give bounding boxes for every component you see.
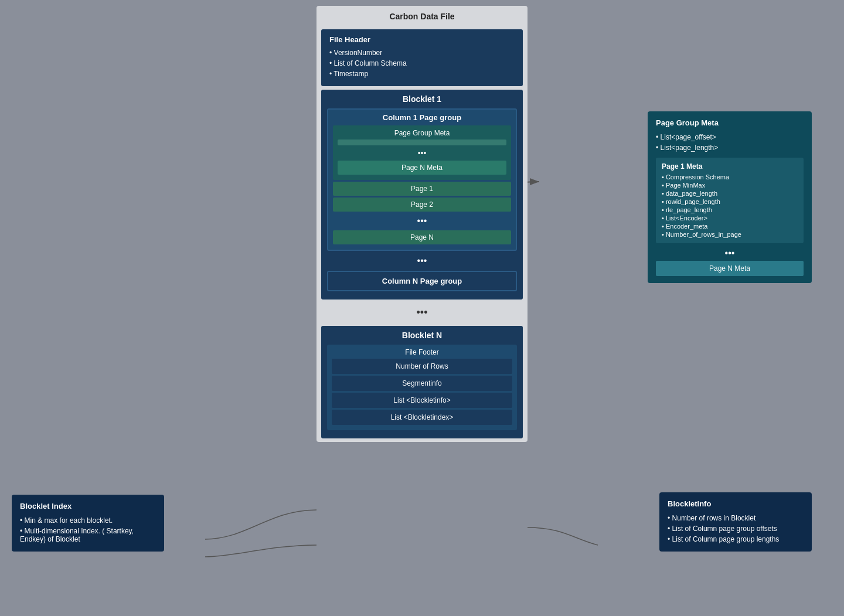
footer-list-blockletindex: List <Blockletindex>	[332, 410, 512, 425]
blockletinfo-title: Blockletinfo	[668, 499, 804, 508]
binfo-item-3: List of Column page group lengths	[668, 534, 804, 544]
pgm-item-1: List<page_offset>	[656, 132, 804, 142]
blockletN-box: Blocklet N File Footer Number of Rows Se…	[321, 326, 523, 438]
pageN-bar: Page N	[333, 230, 511, 244]
pgm-item-2: List<page_length>	[656, 142, 804, 153]
page-group-meta-popup: Page Group Meta List<page_offset> List<p…	[648, 111, 812, 283]
file-footer-box: File Footer Number of Rows Segmentinfo L…	[327, 345, 517, 430]
main-container: Carbon Data File File Header VersionNumb…	[316, 6, 528, 442]
p1-item-1: Compression Schema	[662, 173, 798, 181]
pgm-popup-title: Page Group Meta	[656, 118, 804, 127]
page1-meta-title: Page 1 Meta	[662, 162, 798, 171]
p1-item-2: Page MinMax	[662, 181, 798, 189]
main-title: Carbon Data File	[316, 6, 528, 26]
page1-meta-list: Compression Schema Page MinMax data_page…	[662, 173, 798, 239]
p1-item-4: rowid_page_length	[662, 198, 798, 206]
blocklet-index-title: Blocklet Index	[20, 502, 156, 511]
page1-meta-bar	[338, 139, 506, 145]
page1-bar: Page 1	[333, 182, 511, 196]
footer-list-blockletinfo: List <Blockletinfo>	[332, 393, 512, 408]
column-dots: •••	[327, 253, 517, 268]
blockletinfo-list: Number of rows in Blocklet List of Colum…	[668, 513, 804, 544]
page-group-meta-label: Page Group Meta	[338, 129, 506, 137]
p1-item-7: Encoder_meta	[662, 222, 798, 230]
file-header-title: File Header	[329, 35, 515, 44]
p1-item-8: Number_of_rows_in_page	[662, 230, 798, 239]
binfo-item-2: List of Column page group offsets	[668, 523, 804, 534]
dots-meta: •••	[338, 147, 506, 159]
file-header-list: VersionNumber List of Column Schema Time…	[329, 47, 515, 79]
blocklet1-title: Blocklet 1	[327, 94, 517, 104]
p1-item-5: rle_page_length	[662, 206, 798, 214]
between-blocklets: •••	[316, 303, 528, 322]
p1-item-3: data_page_length	[662, 189, 798, 198]
pageN-meta-bar: Page N Meta	[338, 161, 506, 175]
page-group-meta-inner: Page Group Meta ••• Page N Meta	[333, 125, 511, 180]
file-footer-title: File Footer	[332, 348, 512, 356]
p1-item-6: List<Encoder>	[662, 214, 798, 222]
bi-item-1: Min & max for each blocklet.	[20, 515, 156, 526]
file-header-item-3: Timestamp	[329, 69, 515, 79]
blocklet1-box: Blocklet 1 Column 1 Page group Page Grou…	[321, 90, 523, 300]
binfo-item-1: Number of rows in Blocklet	[668, 513, 804, 523]
page2-bar: Page 2	[333, 198, 511, 212]
page1-meta-box: Page 1 Meta Compression Schema Page MinM…	[656, 158, 804, 243]
bi-item-2: Multi-dimensional Index. ( Startkey, End…	[20, 526, 156, 544]
pgm-page-n-bar: Page N Meta	[656, 261, 804, 276]
footer-number-of-rows: Number of Rows	[332, 359, 512, 374]
pgm-popup-list: List<page_offset> List<page_length>	[656, 132, 804, 153]
blockletN-title: Blocklet N	[327, 331, 517, 340]
column1-title: Column 1 Page group	[333, 113, 511, 122]
column-n-page-group: Column N Page group	[327, 271, 517, 291]
file-header-item-2: List of Column Schema	[329, 58, 515, 69]
pgm-dots: •••	[656, 246, 804, 261]
blocklet-index-list: Min & max for each blocklet. Multi-dimen…	[20, 515, 156, 544]
blockletinfo-popup: Blockletinfo Number of rows in Blocklet …	[659, 492, 812, 552]
file-header-item-1: VersionNumber	[329, 47, 515, 58]
file-header-box: File Header VersionNumber List of Column…	[321, 29, 523, 86]
blocklet-index-popup: Blocklet Index Min & max for each blockl…	[12, 495, 164, 552]
pages-dots: •••	[333, 213, 511, 229]
column1-page-group: Column 1 Page group Page Group Meta ••• …	[327, 108, 517, 251]
footer-segmentinfo: Segmentinfo	[332, 376, 512, 391]
